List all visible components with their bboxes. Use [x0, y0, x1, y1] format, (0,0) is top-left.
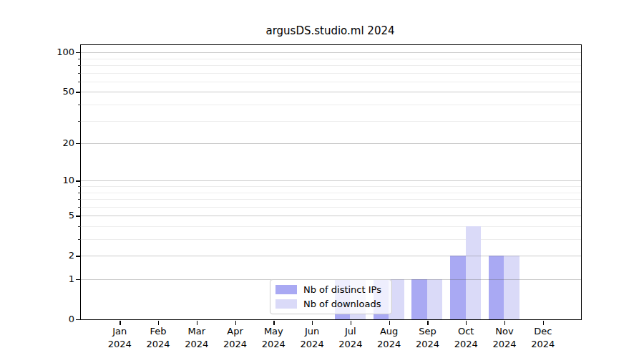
x-tick-label: Jan2024 — [98, 325, 141, 350]
gridline-minor — [81, 207, 581, 208]
y-minor-tick-mark — [78, 199, 81, 200]
legend-swatch-downloads — [275, 299, 297, 309]
x-tick-mark — [273, 321, 274, 325]
x-tick-label: May2024 — [252, 325, 295, 350]
x-tick-label: Feb2024 — [137, 325, 180, 350]
gridline-minor — [81, 105, 581, 105]
gridline-minor — [81, 73, 581, 74]
x-tick-mark — [351, 321, 351, 325]
legend: Nb of distinct IPs Nb of downloads — [270, 279, 392, 314]
y-minor-tick-mark — [78, 193, 81, 193]
y-minor-tick-mark — [78, 65, 81, 66]
legend-label-distinct-ips: Nb of distinct IPs — [303, 284, 381, 295]
x-tick-label: Aug2024 — [368, 325, 411, 350]
gridline-minor — [81, 239, 581, 240]
gridline-minor — [81, 226, 581, 227]
legend-swatch-distinct-ips — [275, 285, 297, 294]
x-tick-label: Sep2024 — [406, 325, 449, 350]
x-tick-mark — [466, 321, 467, 325]
y-tick-mark — [76, 92, 81, 92]
x-tick-label: Jul2024 — [329, 325, 372, 350]
gridline-minor — [81, 121, 581, 122]
y-minor-tick-mark — [78, 239, 81, 240]
bar-distinct-ips-nov — [489, 256, 504, 319]
y-tick-mark — [76, 216, 81, 216]
y-tick-label: 50 — [39, 85, 74, 98]
legend-label-downloads: Nb of downloads — [303, 299, 381, 309]
y-tick-label: 0 — [39, 313, 74, 326]
x-tick-mark — [119, 321, 120, 325]
y-tick-mark — [76, 143, 81, 144]
legend-item-distinct-ips: Nb of distinct IPs — [275, 284, 386, 295]
gridline-major — [81, 180, 581, 181]
x-tick-mark — [389, 321, 390, 325]
y-minor-tick-mark — [78, 226, 81, 227]
bar-distinct-ips-sep — [411, 279, 427, 319]
y-minor-tick-mark — [78, 82, 81, 82]
gridline-minor — [81, 186, 581, 187]
x-tick-mark — [312, 321, 313, 325]
bar-downloads-nov — [504, 256, 519, 319]
x-tick-mark — [235, 321, 236, 325]
gridline-minor — [81, 82, 581, 82]
chart: argusDS.studio.ml 2024 Nb of distinct IP… — [0, 0, 644, 358]
bar-downloads-oct — [466, 226, 482, 319]
gridline-minor — [81, 65, 581, 66]
y-tick-mark — [76, 319, 81, 320]
x-tick-label: Dec2024 — [522, 325, 565, 350]
x-tick-mark — [427, 321, 428, 325]
x-tick-label: Mar2024 — [175, 325, 218, 350]
gridline-major — [81, 92, 581, 92]
x-tick-label: Apr2024 — [214, 325, 257, 350]
bar-downloads-sep — [427, 279, 443, 319]
gridline-minor — [81, 59, 581, 59]
y-minor-tick-mark — [78, 73, 81, 74]
y-tick-mark — [76, 279, 81, 280]
gridline-major — [81, 256, 581, 256]
x-tick-label: Jun2024 — [291, 325, 333, 350]
x-tick-mark — [158, 321, 159, 325]
x-tick-mark — [543, 321, 544, 325]
y-minor-tick-mark — [78, 59, 81, 59]
gridline-major — [81, 52, 581, 53]
gridline-minor — [81, 193, 581, 193]
gridline-major — [81, 216, 581, 216]
y-minor-tick-mark — [78, 207, 81, 208]
legend-item-downloads: Nb of downloads — [275, 299, 386, 309]
y-minor-tick-mark — [78, 105, 81, 105]
x-tick-mark — [197, 321, 197, 325]
y-tick-label: 5 — [39, 209, 74, 222]
y-tick-mark — [76, 256, 81, 256]
x-tick-label: Oct2024 — [444, 325, 487, 350]
y-tick-mark — [76, 52, 81, 53]
gridline-major — [81, 143, 581, 144]
bar-distinct-ips-oct — [450, 256, 466, 319]
y-tick-label: 100 — [39, 46, 74, 59]
y-tick-label: 1 — [39, 273, 74, 286]
x-tick-label: Nov2024 — [483, 325, 526, 350]
y-minor-tick-mark — [78, 186, 81, 187]
gridline-minor — [81, 199, 581, 200]
chart-title: argusDS.studio.ml 2024 — [80, 24, 580, 37]
x-tick-mark — [504, 321, 505, 325]
plot-area: Nb of distinct IPs Nb of downloads — [80, 44, 582, 320]
y-minor-tick-mark — [78, 121, 81, 122]
y-tick-label: 10 — [39, 174, 74, 187]
y-tick-mark — [76, 180, 81, 181]
y-tick-label: 2 — [39, 249, 74, 262]
y-tick-label: 20 — [39, 137, 74, 150]
